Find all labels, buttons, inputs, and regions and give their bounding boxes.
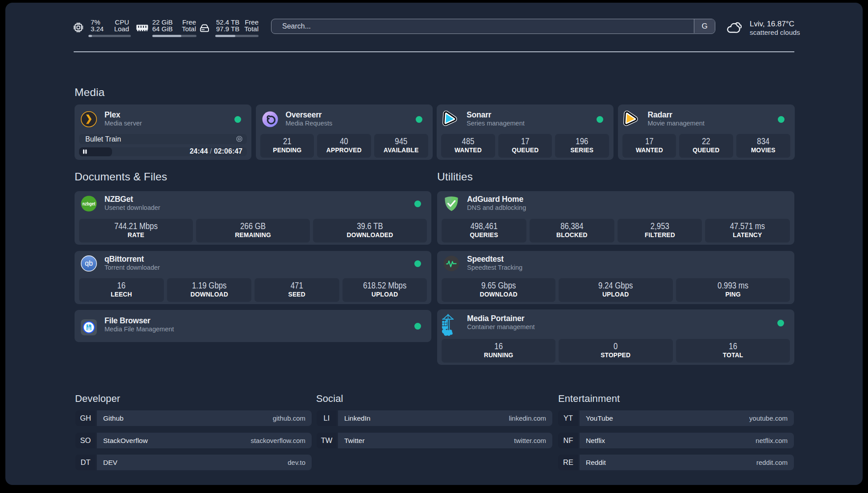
svg-text:nzbget: nzbget [83, 201, 96, 206]
svg-text:qb: qb [85, 259, 93, 267]
